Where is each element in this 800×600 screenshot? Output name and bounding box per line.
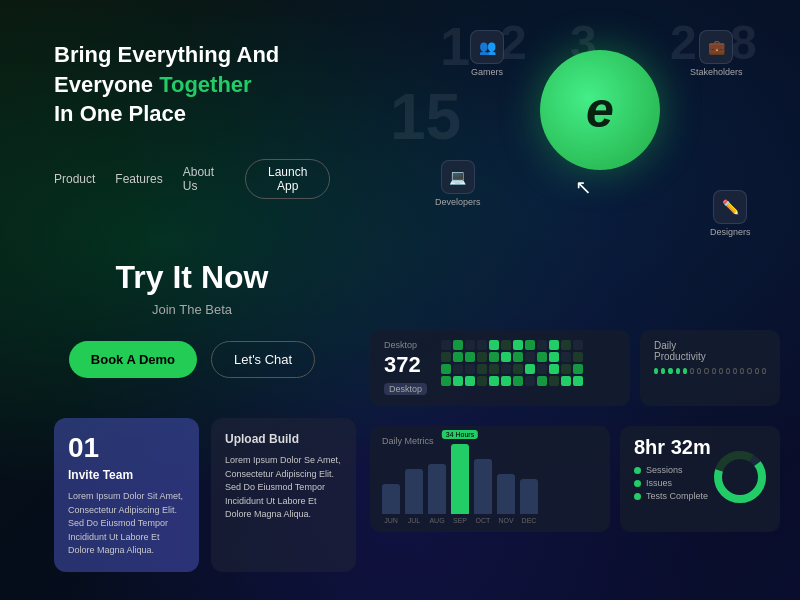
- activity-number: 372: [384, 352, 427, 378]
- activity-tag: Desktop: [384, 383, 427, 395]
- upload-build-card: Upload Build Lorem Ipsum Dolor Se Amet, …: [211, 418, 356, 572]
- bar-col-aug: AUG: [428, 464, 446, 524]
- upload-card-body: Lorem Ipsum Dolor Se Amet, Consectetur A…: [225, 454, 342, 522]
- node-designers: ✏️ Designers: [710, 190, 751, 237]
- productivity-widget: Daily Productivity: [640, 330, 780, 406]
- nav-features[interactable]: Features: [115, 172, 162, 186]
- feature-cards: 01 Invite Team Lorem Ipsum Dolor Sit Ame…: [54, 418, 330, 572]
- stakeholders-icon: 💼: [699, 30, 733, 64]
- invite-team-card: 01 Invite Team Lorem Ipsum Dolor Sit Ame…: [54, 418, 199, 572]
- legend-dot-2: [634, 493, 641, 500]
- nav-product[interactable]: Product: [54, 172, 95, 186]
- left-panel: Bring Everything And Everyone Together I…: [0, 0, 360, 600]
- metrics-title: Daily Metrics: [382, 436, 598, 446]
- heatmap: [441, 340, 583, 386]
- legend-label-1: Issues: [646, 478, 672, 488]
- book-demo-button[interactable]: Book A Demo: [69, 341, 197, 378]
- bar-label-aug: AUG: [429, 517, 444, 524]
- node-developers: 💻 Developers: [435, 160, 481, 207]
- legend-dot-0: [634, 467, 641, 474]
- bar-col-nov: NOV: [497, 474, 515, 524]
- activity-platform-label: Desktop: [384, 340, 427, 350]
- productivity-title: Daily Productivity: [654, 340, 766, 362]
- legend-label-0: Sessions: [646, 465, 683, 475]
- nav-about[interactable]: About Us: [183, 165, 226, 193]
- metrics-widget: Daily Metrics JUNJULAUG34 HoursSEPOCTNOV…: [370, 426, 610, 532]
- launch-app-button[interactable]: Launch App: [245, 159, 330, 199]
- upload-card-title: Upload Build: [225, 432, 342, 446]
- gamers-label: Gamers: [471, 67, 503, 77]
- gamers-icon: 👥: [470, 30, 504, 64]
- invite-card-title: Invite Team: [68, 468, 185, 482]
- big-num-2: 2: [500, 15, 527, 70]
- node-stakeholders: 💼 Stakeholders: [690, 30, 743, 77]
- stakeholders-label: Stakeholders: [690, 67, 743, 77]
- bar-label-sep: SEP: [453, 517, 467, 524]
- cta-buttons: Book A Demo Let's Chat: [54, 341, 330, 378]
- cta-section: Try It Now Join The Beta Book A Demo Let…: [54, 259, 330, 378]
- cursor-icon: ↖: [575, 175, 592, 199]
- hero-title-line3: In One Place: [54, 101, 186, 126]
- bar-label-jun: JUN: [384, 517, 398, 524]
- big-num-9: 9: [390, 110, 413, 158]
- donut-chart: [710, 447, 770, 511]
- hero-title-line2: Everyone: [54, 72, 159, 97]
- legend-dot-1: [634, 480, 641, 487]
- hero-title-line1: Bring Everything And: [54, 42, 279, 67]
- hero-title: Bring Everything And Everyone Together I…: [54, 40, 330, 129]
- designers-icon: ✏️: [713, 190, 747, 224]
- main-nav: Product Features About Us Launch App: [54, 159, 330, 199]
- bottom-widgets-row: Daily Metrics JUNJULAUG34 HoursSEPOCTNOV…: [370, 426, 780, 532]
- invite-card-number: 01: [68, 432, 185, 464]
- activity-widget-left: Desktop 372 Desktop: [384, 340, 427, 396]
- big-num-1: 1: [440, 15, 470, 77]
- lets-chat-button[interactable]: Let's Chat: [211, 341, 315, 378]
- productivity-dots: [654, 368, 766, 374]
- time-widget: 8hr 32m SessionsIssuesTests Complete: [620, 426, 780, 532]
- logo-icon: e: [586, 81, 614, 139]
- hero-title-highlight: Together: [159, 72, 251, 97]
- developers-icon: 💻: [441, 160, 475, 194]
- bar-label-oct: OCT: [476, 517, 491, 524]
- bar-col-oct: OCT: [474, 459, 492, 524]
- developers-label: Developers: [435, 197, 481, 207]
- bar-chart: JUNJULAUG34 HoursSEPOCTNOVDEC: [382, 454, 598, 524]
- activity-widget: Desktop 372 Desktop: [370, 330, 630, 406]
- diagram-area: 1 2 3 2 8 15 9 e 👥 Gamers 💼 Stakeholders…: [380, 10, 800, 310]
- bar-col-dec: DEC: [520, 479, 538, 524]
- node-gamers: 👥 Gamers: [470, 30, 504, 77]
- legend-label-2: Tests Complete: [646, 491, 708, 501]
- logo-circle: e: [540, 50, 660, 170]
- bar-col-jul: JUL: [405, 469, 423, 524]
- designers-label: Designers: [710, 227, 751, 237]
- bar-col-sep: 34 HoursSEP: [451, 444, 469, 524]
- invite-card-body: Lorem Ipsum Dolor Sit Amet, Consectetur …: [68, 490, 185, 558]
- activity-top-row: Desktop 372 Desktop Daily Productivity: [370, 330, 780, 406]
- bar-label-dec: DEC: [522, 517, 537, 524]
- right-panel: 1 2 3 2 8 15 9 e 👥 Gamers 💼 Stakeholders…: [360, 0, 800, 600]
- cta-subtitle: Join The Beta: [54, 302, 330, 317]
- dashboard-area: Desktop 372 Desktop Daily Productivity: [360, 320, 800, 600]
- bar-label-jul: JUL: [408, 517, 420, 524]
- cta-title: Try It Now: [54, 259, 330, 296]
- bar-label-nov: NOV: [498, 517, 513, 524]
- bar-col-jun: JUN: [382, 484, 400, 524]
